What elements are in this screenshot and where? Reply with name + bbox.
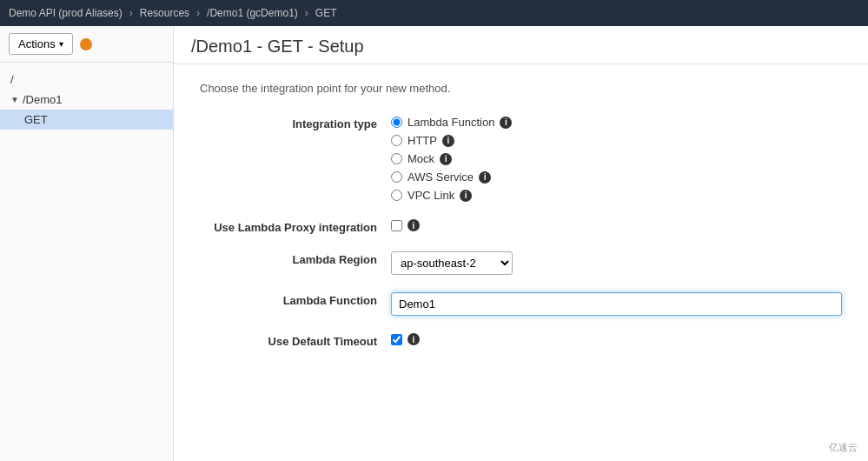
radio-http-label: HTTP [407,134,437,147]
proxy-info-icon[interactable]: i [407,219,420,231]
breadcrumb-api[interactable]: Demo API (prod Aliases) [9,7,123,19]
expand-arrow-icon: ▼ [10,95,19,104]
radio-vpc-label: VPC Link [407,189,454,202]
radio-aws-input[interactable] [391,171,402,183]
watermark: 亿速云 [829,441,858,454]
integration-type-row: Integration type Lambda Function i HTTP … [200,116,842,202]
sidebar-item-demo1[interactable]: ▼ /Demo1 [0,90,173,110]
function-label: Lambda Function [200,292,391,307]
lambda-info-icon[interactable]: i [500,117,512,129]
timeout-checkbox-item: i [391,333,842,345]
content-body: Choose the integration point for your ne… [174,64,868,383]
actions-label: Actions [18,37,56,50]
radio-mock-input[interactable] [391,153,402,164]
proxy-checkbox-item: i [391,219,842,231]
mock-info-icon[interactable]: i [440,153,452,165]
demo1-label: /Demo1 [23,93,63,106]
sidebar-toolbar: Actions ▾ [0,26,173,63]
sidebar-tree: / ▼ /Demo1 GET [0,63,173,137]
radio-lambda-input[interactable] [391,117,402,128]
radio-http[interactable]: HTTP i [391,134,842,147]
region-row: Lambda Region ap-southeast-2 us-east-1 u… [200,251,842,275]
integration-type-options: Lambda Function i HTTP i Mock i [391,116,842,202]
actions-button[interactable]: Actions ▾ [9,33,73,55]
proxy-control: i [391,219,842,231]
main-layout: Actions ▾ / ▼ /Demo1 GET /Demo1 - GET - … [0,26,868,461]
status-dot [80,38,92,50]
integration-type-label: Integration type [200,116,391,130]
region-control: ap-southeast-2 us-east-1 us-west-2 eu-we… [391,251,842,275]
timeout-row: Use Default Timeout i [200,333,842,348]
function-input[interactable] [391,292,842,316]
breadcrumb-resources[interactable]: Resources [140,7,189,19]
root-label: / [10,73,14,86]
region-select[interactable]: ap-southeast-2 us-east-1 us-west-2 eu-we… [391,251,513,275]
proxy-checkbox[interactable] [391,220,402,231]
timeout-checkbox[interactable] [391,334,402,345]
vpc-info-icon[interactable]: i [460,190,472,202]
top-nav: Demo API (prod Aliases) › Resources › /D… [0,0,868,26]
breadcrumb-demo1[interactable]: /Demo1 (gcDemo1) [207,7,298,19]
subtitle: Choose the integration point for your ne… [200,82,842,95]
timeout-control: i [391,333,842,345]
sidebar-item-root[interactable]: / [0,70,173,90]
sidebar: Actions ▾ / ▼ /Demo1 GET [0,26,174,461]
radio-aws-label: AWS Service [407,170,474,184]
page-title: /Demo1 - GET - Setup [174,26,868,64]
radio-http-input[interactable] [391,135,402,146]
region-label: Lambda Region [200,251,391,266]
actions-caret-icon: ▾ [59,39,63,49]
radio-vpc-input[interactable] [391,190,402,201]
sidebar-item-get[interactable]: GET [0,110,173,130]
radio-vpc[interactable]: VPC Link i [391,189,842,202]
timeout-info-icon[interactable]: i [407,333,420,345]
content-area: /Demo1 - GET - Setup Choose the integrat… [174,26,868,461]
breadcrumb: Demo API (prod Aliases) › Resources › /D… [9,7,336,19]
proxy-integration-row: Use Lambda Proxy integration i [200,219,842,234]
breadcrumb-get[interactable]: GET [315,7,337,19]
radio-mock[interactable]: Mock i [391,152,842,165]
aws-info-icon[interactable]: i [479,171,491,184]
proxy-label: Use Lambda Proxy integration [200,219,391,234]
timeout-label: Use Default Timeout [200,333,391,348]
radio-lambda-label: Lambda Function [407,116,494,129]
http-info-icon[interactable]: i [442,135,454,147]
radio-mock-label: Mock [407,152,434,165]
radio-aws[interactable]: AWS Service i [391,170,842,184]
get-label: GET [24,113,48,126]
function-control [391,292,842,316]
radio-lambda[interactable]: Lambda Function i [391,116,842,129]
function-row: Lambda Function [200,292,842,316]
